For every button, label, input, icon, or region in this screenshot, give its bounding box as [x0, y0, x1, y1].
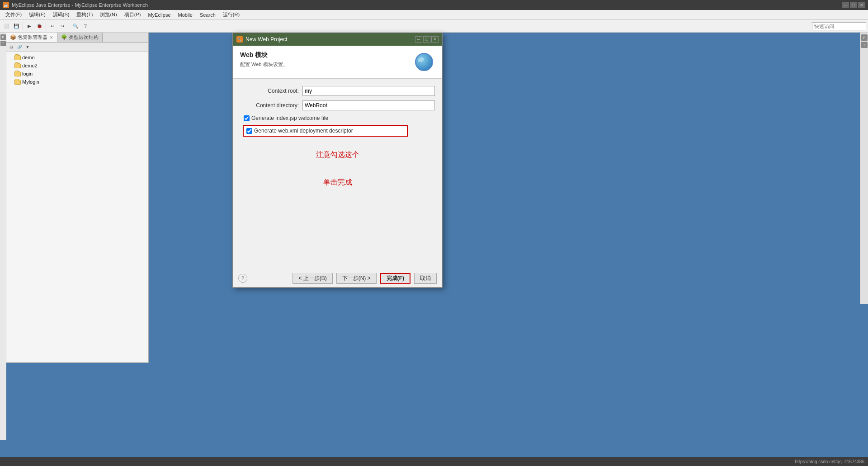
- menu-edit[interactable]: 编辑(E): [25, 10, 49, 19]
- menu-mobile[interactable]: Mobile: [175, 11, 196, 19]
- toolbar-run[interactable]: ▶: [25, 22, 34, 31]
- menu-project[interactable]: 项目(P): [121, 10, 145, 19]
- dialog-title-controls: ─ □ ✕: [415, 36, 439, 43]
- title-bar-text: MyEclipse Java Enterprise - MyEclipse En…: [12, 2, 148, 8]
- help-button[interactable]: ?: [238, 274, 247, 283]
- globe-graphic: [415, 53, 433, 71]
- generate-index-row: Generate index.jsp welcome file: [240, 115, 435, 121]
- toolbar-separator-1: [23, 22, 23, 30]
- tree-item-mylogin[interactable]: Mylogin: [7, 78, 147, 86]
- dialog-body: Context root: Content directory: Generat…: [233, 79, 442, 269]
- cancel-button[interactable]: 取消: [414, 273, 437, 284]
- restore-button[interactable]: □: [850, 2, 857, 8]
- toolbar-new[interactable]: ⬜: [2, 22, 11, 31]
- panel-link[interactable]: 🔗: [16, 43, 23, 51]
- right-panel-icon-1[interactable]: P: [861, 34, 868, 41]
- panel-tab-bar: 📦 包资源管理器 ✕ 🌳 类型层次结构: [6, 33, 148, 43]
- panel-collapse-all[interactable]: ⊟: [8, 43, 15, 51]
- right-panel: P T: [860, 33, 868, 304]
- menu-myeclipse[interactable]: MyEclipse: [144, 11, 174, 19]
- toolbar-debug[interactable]: 🐞: [35, 22, 44, 31]
- tab-package-icon: 📦: [10, 34, 16, 40]
- close-button[interactable]: ✕: [858, 2, 865, 8]
- folder-icon-demo: [14, 55, 21, 60]
- toolbar-search[interactable]: 🔍: [71, 22, 80, 31]
- tab-hierarchy-label: 类型层次结构: [69, 34, 99, 41]
- toolbar-separator-3: [69, 22, 69, 30]
- tab-package-label: 包资源管理器: [18, 34, 47, 41]
- folder-icon-demo2: [14, 63, 21, 68]
- tree-label-demo: demo: [22, 55, 35, 60]
- dialog-header-globe-icon: [413, 51, 435, 73]
- menu-source[interactable]: 源码(S): [49, 10, 73, 19]
- toolbar-redo[interactable]: ↪: [58, 22, 67, 31]
- dialog-minimize-button[interactable]: ─: [415, 36, 422, 43]
- generate-webxml-highlighted: Generate web.xml deployment descriptor: [243, 125, 408, 137]
- dialog-title-text: New Web Project: [245, 36, 412, 43]
- panel-toolbar: ⊟ 🔗 ▼: [6, 43, 148, 52]
- context-root-input[interactable]: [302, 86, 435, 96]
- app-icon: ☕: [3, 2, 9, 8]
- sidebar-left: P T: [0, 33, 6, 440]
- toolbar-save[interactable]: 💾: [12, 22, 21, 31]
- tree-label-demo2: demo2: [22, 63, 38, 68]
- dialog-title-bar: 🔧 New Web Project ─ □ ✕: [233, 33, 442, 46]
- tab-hierarchy-icon: 🌳: [61, 34, 67, 40]
- generate-webxml-checkbox[interactable]: [246, 128, 252, 134]
- content-directory-label: Content directory:: [240, 102, 299, 109]
- dialog-title-icon: 🔧: [236, 36, 243, 43]
- toolbar-separator-2: [46, 22, 46, 30]
- dialog-header-subtitle: 配置 Web 模块设置。: [240, 61, 413, 68]
- tree-item-demo2[interactable]: demo2: [7, 62, 147, 70]
- dialog-header-text: Web 模块 配置 Web 模块设置。: [240, 51, 413, 68]
- menu-bar: 文件(F) 编辑(E) 源码(S) 重构(T) 浏览(N) 项目(P) MyEc…: [0, 10, 868, 20]
- tab-package-explorer[interactable]: 📦 包资源管理器 ✕: [6, 33, 57, 42]
- panel-menu[interactable]: ▼: [24, 43, 31, 51]
- toolbar-help[interactable]: ?: [81, 22, 90, 31]
- toolbar: ⬜ 💾 ▶ 🐞 ↩ ↪ 🔍 ?: [0, 20, 868, 33]
- tree-item-login[interactable]: login: [7, 70, 147, 78]
- dialog-restore-button[interactable]: □: [423, 36, 430, 43]
- menu-file[interactable]: 文件(F): [2, 10, 25, 19]
- tab-hierarchy[interactable]: 🌳 类型层次结构: [57, 33, 103, 42]
- check-annotation: 注意勾选这个: [240, 150, 435, 160]
- content-directory-row: Content directory:: [240, 100, 435, 110]
- dialog-close-button[interactable]: ✕: [431, 36, 439, 43]
- title-bar-controls: ─ □ ✕: [842, 2, 865, 8]
- next-button[interactable]: 下一步(N) >: [336, 273, 377, 284]
- title-bar: ☕ MyEclipse Java Enterprise - MyEclipse …: [0, 0, 868, 10]
- menu-run[interactable]: 运行(R): [219, 10, 243, 19]
- toolbar-undo[interactable]: ↩: [48, 22, 57, 31]
- dialog-header: Web 模块 配置 Web 模块设置。: [233, 46, 442, 79]
- quick-access-input[interactable]: [812, 22, 866, 30]
- sidebar-icon-1[interactable]: P: [0, 34, 6, 40]
- menu-navigate[interactable]: 浏览(N): [96, 10, 120, 19]
- content-directory-input[interactable]: [302, 100, 435, 110]
- package-panel: 📦 包资源管理器 ✕ 🌳 类型层次结构 ⊟ 🔗 ▼ demo demo2 log…: [6, 33, 149, 363]
- sidebar-icon-2[interactable]: T: [0, 41, 6, 46]
- menu-search[interactable]: Search: [196, 11, 219, 19]
- finish-button[interactable]: 完成(F): [380, 273, 410, 284]
- finish-annotation: 单击完成: [240, 178, 435, 187]
- tree-item-demo[interactable]: demo: [7, 53, 147, 62]
- tree-label-mylogin: Mylogin: [22, 79, 39, 85]
- minimize-button[interactable]: ─: [842, 2, 849, 8]
- generate-index-label: Generate index.jsp welcome file: [251, 115, 328, 121]
- generate-index-checkbox[interactable]: [244, 115, 250, 121]
- status-url: https://blog.csdn.net/qq_41674385: [795, 459, 864, 464]
- folder-icon-mylogin: [14, 80, 21, 85]
- right-panel-icon-2[interactable]: T: [861, 42, 868, 48]
- dialog-header-title: Web 模块: [240, 51, 413, 59]
- main-content-area: 🔧 New Web Project ─ □ ✕ Web 模块 配置 Web 模块…: [149, 33, 854, 466]
- folder-icon-login: [14, 71, 21, 76]
- context-root-row: Context root:: [240, 86, 435, 96]
- tab-package-close[interactable]: ✕: [50, 35, 53, 40]
- menu-refactor[interactable]: 重构(T): [73, 10, 96, 19]
- package-tree: demo demo2 login Mylogin: [6, 52, 148, 88]
- tree-label-login: login: [22, 71, 33, 76]
- context-root-label: Context root:: [240, 88, 299, 94]
- dialog-footer: ? < 上一步(B) 下一步(N) > 完成(F) 取消: [233, 269, 442, 287]
- back-button[interactable]: < 上一步(B): [292, 273, 332, 284]
- new-web-project-dialog: 🔧 New Web Project ─ □ ✕ Web 模块 配置 Web 模块…: [232, 33, 443, 288]
- generate-webxml-label: Generate web.xml deployment descriptor: [254, 128, 353, 134]
